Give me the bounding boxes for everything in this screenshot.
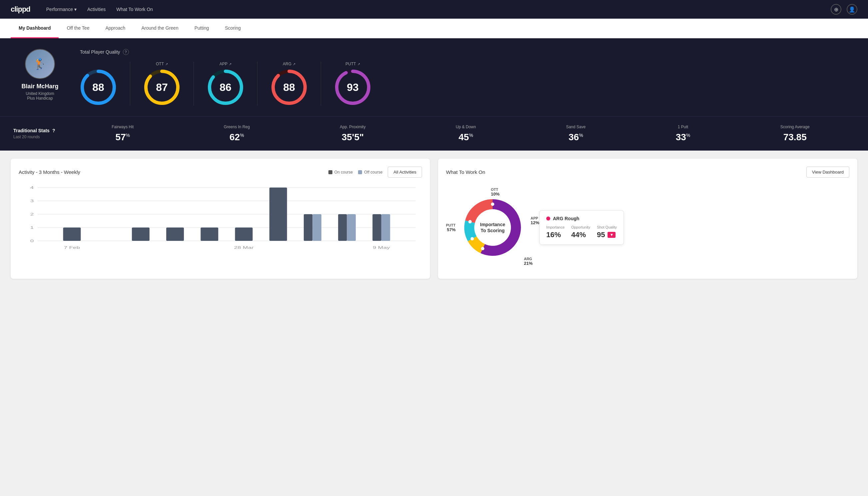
nav-links: Performance ▾ Activities What To Work On — [46, 1, 831, 17]
stat-item: 1 Putt 33% — [676, 125, 691, 143]
svg-rect-20 — [63, 228, 81, 241]
info-card: ARG Rough Importance 16% Opportunity 44%… — [539, 210, 624, 245]
score-ring-putt: PUTT↗ 93 — [321, 62, 384, 106]
info-stat-importance: Importance 16% — [546, 225, 565, 239]
on-course-dot — [328, 170, 332, 174]
nav-performance[interactable]: Performance ▾ — [46, 1, 77, 17]
score-ring-app: APP↗ 86 — [194, 62, 257, 106]
svg-text:9 May: 9 May — [373, 246, 390, 249]
svg-rect-29 — [347, 214, 356, 241]
svg-text:1: 1 — [30, 226, 34, 230]
stats-help-icon[interactable]: ? — [52, 128, 55, 133]
svg-text:2: 2 — [30, 213, 34, 216]
svg-rect-26 — [304, 214, 312, 241]
chart-legend: On course Off course — [328, 170, 383, 174]
svg-text:4: 4 — [30, 186, 34, 189]
scores-section: Total Player Quality ? 88 OTT↗ 87 APP↗ — [80, 49, 855, 106]
svg-point-37 — [471, 237, 474, 241]
svg-text:7 Feb: 7 Feb — [64, 246, 80, 249]
legend-on-course: On course — [328, 170, 353, 174]
donut-center: Importance To Scoring — [480, 221, 505, 233]
stat-item: Greens In Reg 62% — [224, 125, 250, 143]
score-ring-overall: 88 — [80, 62, 130, 106]
svg-text:0: 0 — [30, 239, 34, 243]
tab-bar: My Dashboard Off the Tee Approach Around… — [0, 19, 868, 38]
nav-right: ⊕ 👤 — [831, 4, 857, 15]
profile-icon[interactable]: 👤 — [847, 4, 857, 15]
activity-chart-card: Activity - 3 Months - Weekly On course O… — [11, 158, 430, 279]
player-name: Blair McHarg — [21, 83, 58, 90]
stat-item: Fairways Hit 57% — [112, 125, 133, 143]
stats-row: Traditional Stats ? Last 20 rounds Fairw… — [0, 116, 868, 151]
svg-rect-21 — [132, 228, 149, 241]
stat-items: Fairways Hit 57% Greens In Reg 62% App. … — [67, 125, 855, 143]
info-stat-shot-quality: Shot Quality 95 ▼ — [597, 225, 617, 239]
svg-rect-30 — [373, 214, 381, 241]
help-icon[interactable]: ? — [123, 49, 129, 55]
ring-container-app: 86 — [207, 69, 244, 106]
stats-subtitle: Last 20 rounds — [13, 135, 67, 139]
svg-text:3: 3 — [30, 199, 34, 203]
what-to-work-on-card: What To Work On View Dashboard PUTT 57% … — [438, 158, 857, 279]
svg-rect-27 — [312, 214, 321, 241]
svg-rect-31 — [381, 214, 390, 241]
svg-rect-24 — [235, 228, 253, 241]
chart-area: 012347 Feb28 Mar9 May — [19, 184, 422, 258]
add-icon[interactable]: ⊕ — [831, 4, 841, 15]
avatar: 🏌️ — [25, 49, 55, 79]
info-stat-opportunity: Opportunity 44% — [571, 225, 590, 239]
tab-my-dashboard[interactable]: My Dashboard — [11, 19, 59, 38]
svg-point-35 — [491, 203, 494, 206]
stat-item: App. Proximity 35'5" — [340, 125, 365, 143]
score-ring-arg: ARG↗ 88 — [257, 62, 321, 106]
svg-point-38 — [468, 220, 472, 223]
svg-point-36 — [481, 247, 484, 250]
nav-activities[interactable]: Activities — [87, 1, 106, 17]
info-card-title: ARG Rough — [546, 216, 617, 221]
shot-quality-badge: ▼ — [607, 232, 616, 238]
all-activities-button[interactable]: All Activities — [388, 167, 422, 177]
wtw-card-header: What To Work On View Dashboard — [446, 167, 849, 177]
info-stats: Importance 16% Opportunity 44% Shot Qual… — [546, 225, 617, 239]
off-course-dot — [358, 170, 362, 174]
player-country: United Kingdom — [26, 91, 54, 96]
score-ring-ott: OTT↗ 87 — [130, 62, 194, 106]
logo-text: clippd — [11, 5, 30, 13]
stat-item: Scoring Average 73.85 — [780, 125, 810, 143]
svg-rect-28 — [338, 214, 347, 241]
svg-rect-25 — [269, 188, 287, 241]
score-rings: 88 OTT↗ 87 APP↗ 86 ARG↗ 88 — [80, 62, 855, 106]
svg-rect-22 — [166, 228, 184, 241]
wtw-section: PUTT 57% OTT 10% APP 12% ARG 21% — [446, 184, 849, 271]
wtw-title: What To Work On — [446, 169, 485, 175]
ring-container-ott: 87 — [144, 69, 180, 106]
tab-approach[interactable]: Approach — [97, 19, 133, 38]
chart-card-header: Activity - 3 Months - Weekly On course O… — [19, 167, 422, 177]
stats-title: Traditional Stats ? — [13, 128, 67, 133]
ring-container-putt: 93 — [334, 69, 371, 106]
stats-label-section: Traditional Stats ? Last 20 rounds — [13, 128, 67, 139]
hero-section: 🏌️ Blair McHarg United Kingdom Plus Hand… — [0, 38, 868, 116]
tab-scoring[interactable]: Scoring — [217, 19, 249, 38]
top-navigation: clippd Performance ▾ Activities What To … — [0, 0, 868, 19]
tab-around-the-green[interactable]: Around the Green — [133, 19, 186, 38]
view-dashboard-button[interactable]: View Dashboard — [806, 167, 849, 177]
ring-container-arg: 88 — [271, 69, 307, 106]
bottom-section: Activity - 3 Months - Weekly On course O… — [0, 151, 868, 287]
player-info: 🏌️ Blair McHarg United Kingdom Plus Hand… — [13, 49, 67, 100]
chart-title: Activity - 3 Months - Weekly — [19, 169, 80, 175]
ring-container-overall: 88 — [80, 69, 116, 106]
donut-label-app: APP 12% — [531, 216, 539, 225]
info-dot — [546, 217, 550, 220]
svg-rect-23 — [201, 228, 218, 241]
tab-off-the-tee[interactable]: Off the Tee — [59, 19, 97, 38]
stat-item: Sand Save 36% — [566, 125, 586, 143]
nav-what-to-work-on[interactable]: What To Work On — [116, 1, 153, 17]
tab-putting[interactable]: Putting — [187, 19, 217, 38]
svg-text:28 Mar: 28 Mar — [234, 246, 254, 249]
stat-item: Up & Down 45% — [456, 125, 476, 143]
logo[interactable]: clippd — [11, 5, 30, 14]
player-handicap: Plus Handicap — [27, 96, 53, 100]
legend-off-course: Off course — [358, 170, 382, 174]
donut-label-putt: PUTT 57% — [446, 223, 456, 232]
